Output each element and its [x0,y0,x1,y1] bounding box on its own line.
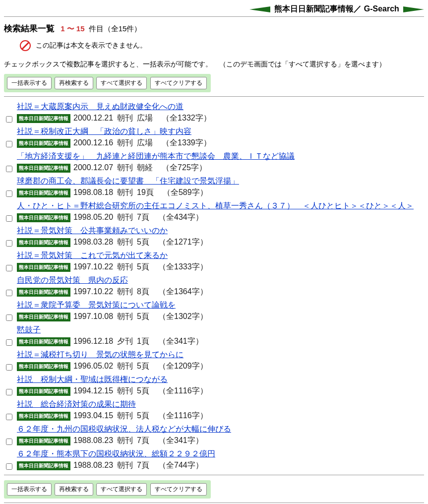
result-row: 社説 総合経済対策の成果に期待熊本日日新聞記事情報1993.04.15朝刊5頁（… [4,399,424,422]
result-row: 「地方経済支援を」 九経連と経団連が熊本市で懇談会 農業、ＩＴなど協議熊本日日新… [4,151,424,174]
separator [4,96,424,97]
result-title-link[interactable]: 社説＝衆院予算委 景気対策について論戦を [17,300,176,311]
result-row: 社説＝減税打ち切り 景気の状態を見てからに熊本日日新聞記事情報1996.05.0… [4,350,424,373]
results-count: 件目（全15件） [89,24,142,33]
result-date: 2000.12.16 [73,138,113,147]
result-title-link[interactable]: 社説＝税制改正大綱 「政治の貧しさ」映す内容 [17,126,191,137]
source-badge: 熊本日日新聞記事情報 [17,337,70,346]
result-checkbox[interactable] [6,315,12,321]
header-title: 熊本日日新聞記事情報／ G-Search [274,4,399,13]
result-page: 朝経 [137,163,153,172]
result-checkbox[interactable] [6,215,12,222]
result-edition: 朝刊 [117,114,133,122]
source-badge: 熊本日日新聞記事情報 [17,437,70,445]
batch-display-button[interactable]: 一括表示する [7,77,52,89]
button-bar-top: 一括表示する 再検索する すべて選択する すべてクリアする [4,74,211,92]
result-page: 8頁 [137,287,149,296]
result-checkbox[interactable] [6,389,12,395]
research-button[interactable]: 再検索する [55,77,93,89]
result-checkbox[interactable] [6,290,12,296]
result-checkbox[interactable] [6,463,12,470]
result-title-link[interactable]: 社説＝大蔵原案内示 見えぬ財政健全化への道 [17,102,183,112]
result-meta: 1996.12.18夕刊1頁（全341字） [73,337,207,345]
result-title-link[interactable]: 球磨郡の商工会、郡議長会に要望書 「住宅建設で景気浮揚」 [17,176,239,187]
result-meta: 2000.12.21朝刊広場（全1332字） [73,114,215,122]
result-meta: 1997.10.08朝刊5頁（全1302字） [73,312,212,320]
results-title: 検索結果一覧 [4,24,55,33]
result-date: 1996.12.18 [73,337,113,345]
result-checkbox[interactable] [6,439,12,445]
result-title-link[interactable]: 社説 総合経済対策の成果に期待 [17,399,136,410]
result-title-link[interactable]: 社説＝景気対策 これで元気が出て来るか [17,251,168,261]
result-meta: 1993.04.15朝刊5頁（全1116字） [73,411,212,420]
button-bar-bottom: 一括表示する 再検索する すべて選択する すべてクリアする [4,480,211,499]
result-meta: 1994.12.15朝刊5頁（全1116字） [73,386,212,395]
results-header: 検索結果一覧 1 〜 15 件目（全15件） [4,23,424,34]
result-checkbox[interactable] [6,414,12,420]
result-char-count: （全1333字） [158,262,208,271]
result-edition: 朝刊 [117,188,133,196]
result-date: 1994.12.15 [73,386,113,395]
result-char-count: （全744字） [158,461,203,469]
svg-marker-1 [403,6,424,12]
result-title-link[interactable]: 自民党の景気対策 県内の反応 [17,275,128,286]
batch-display-button[interactable]: 一括表示する [7,483,52,496]
result-title-link[interactable]: 社説＝景気対策 公共事業頼みでいいのか [17,226,168,236]
result-edition: 朝刊 [117,213,133,221]
svg-marker-0 [249,6,270,12]
result-checkbox[interactable] [6,364,12,371]
result-meta: 1996.05.02朝刊5頁（全1209字） [73,362,212,370]
source-badge: 熊本日日新聞記事情報 [17,263,70,272]
source-badge: 熊本日日新聞記事情報 [17,362,70,371]
result-checkbox[interactable] [6,265,12,271]
result-date: 2000.12.21 [73,114,113,122]
page-header: 熊本日日新聞記事情報／ G-Search [4,4,424,17]
result-checkbox[interactable] [6,240,12,247]
result-date: 1988.08.23 [73,461,113,469]
result-page: 広場 [137,114,153,122]
result-page: 7頁 [137,436,149,444]
research-button[interactable]: 再検索する [55,483,93,496]
results-range: 1 〜 15 [61,24,84,33]
result-title-link[interactable]: 「地方経済支援を」 九経連と経団連が熊本市で懇談会 農業、ＩＴなど協議 [17,151,295,162]
select-all-button[interactable]: すべて選択する [96,77,147,89]
result-checkbox[interactable] [6,339,12,346]
result-checkbox[interactable] [6,190,12,197]
source-badge: 熊本日日新聞記事情報 [17,412,70,421]
result-date: 1998.03.28 [73,238,113,246]
result-edition: 朝刊 [117,262,133,271]
result-checkbox[interactable] [6,141,12,147]
result-char-count: （全1332字） [162,114,211,122]
source-badge: 熊本日日新聞記事情報 [17,164,70,173]
result-edition: 朝刊 [117,386,133,395]
result-title-link[interactable]: 社説 税制大綱・聖域は既得権につながる [17,375,168,385]
result-checkbox[interactable] [6,166,12,172]
result-char-count: （全725字） [162,163,207,172]
result-title-link[interactable]: 人・ひと・ヒト＝野村総合研究所の主任エコノミスト、植草一秀さん（３７） ＜人ひと… [17,201,414,211]
result-edition: 朝刊 [117,312,133,320]
select-all-button[interactable]: すべて選択する [96,483,147,496]
result-meta: 1988.08.23朝刊7頁（全744字） [73,461,207,469]
result-title-link[interactable]: ６２年度・九州の国税収納状況、法人税などが大幅に伸びる [17,424,231,435]
result-meta: 1997.10.22朝刊8頁（全1364字） [73,287,212,296]
result-char-count: （全1271字） [158,238,208,246]
result-title-link[interactable]: 社説＝減税打ち切り 景気の状態を見てからに [17,350,183,360]
source-badge: 熊本日日新聞記事情報 [17,387,70,396]
result-edition: 朝刊 [117,163,133,172]
result-edition: 朝刊 [117,436,133,444]
result-row: ６２年度・九州の国税収納状況、法人税などが大幅に伸びる熊本日日新聞記事情報198… [4,424,424,447]
result-char-count: （全341字） [158,337,203,345]
source-badge: 熊本日日新聞記事情報 [17,114,70,123]
clear-all-button[interactable]: すべてクリアする [150,483,207,496]
result-page: 5頁 [137,411,149,420]
result-meta: 1998.08.18朝刊19頁（全589字） [73,188,212,196]
result-meta: 1988.08.23朝刊7頁（全341字） [73,436,207,444]
clear-all-button[interactable]: すべてクリアする [150,77,207,89]
result-title-link[interactable]: 黙鼓子 [17,325,41,335]
result-page: 5頁 [137,386,149,395]
result-page: 1頁 [137,337,149,345]
result-row: 社説＝税制改正大綱 「政治の貧しさ」映す内容熊本日日新聞記事情報2000.12.… [4,126,424,149]
result-date: 1998.05.20 [73,213,113,221]
result-checkbox[interactable] [6,116,12,123]
result-title-link[interactable]: ６２年度・熊本県下の国税収納状況、総額２２９２億円 [17,449,215,459]
